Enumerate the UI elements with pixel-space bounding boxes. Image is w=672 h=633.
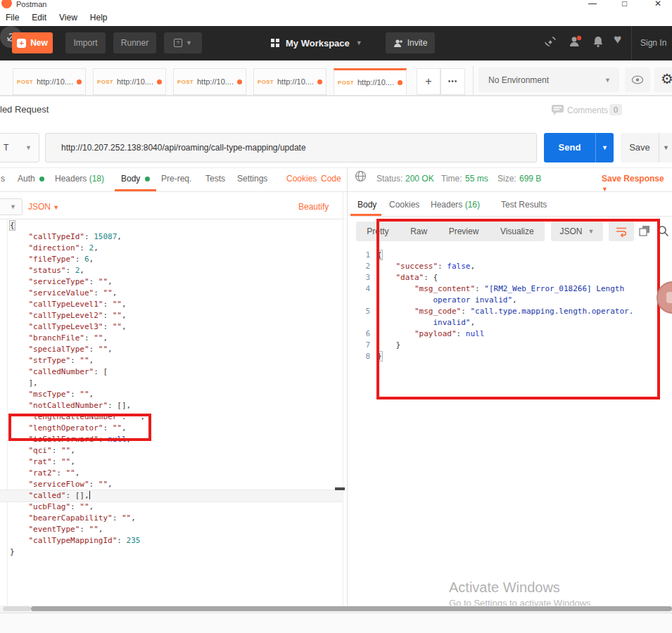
send-options-button[interactable]: ▼: [595, 133, 614, 162]
size-value: 699 B: [519, 174, 541, 184]
code-line: "rat": "",: [0, 456, 343, 468]
chevron-down-icon: ▼: [25, 144, 32, 151]
view-visualize[interactable]: Visualize: [500, 226, 534, 236]
tab-method-label: POST: [17, 79, 33, 85]
notifications-person-icon[interactable]: [569, 35, 583, 48]
body-format-label: JSON: [28, 202, 51, 212]
editor-scrollbar-thumb[interactable]: [335, 487, 345, 490]
code-line: "called": [],: [0, 490, 343, 501]
time-value: 55 ms: [465, 174, 488, 184]
code-line: "rat2": "",: [0, 468, 343, 479]
import-button[interactable]: Import: [65, 32, 106, 53]
minimize-button[interactable]: —: [588, 0, 597, 8]
more-tabs-button[interactable]: •••: [440, 68, 465, 95]
code-line: "serviceType": "",: [0, 276, 343, 288]
request-tab-bar: POSThttp://10....POSThttp://10....POSTht…: [0, 60, 672, 96]
bell-icon[interactable]: [592, 35, 604, 48]
copy-icon[interactable]: [639, 225, 650, 236]
cookies-link[interactable]: Cookies: [286, 174, 317, 184]
tab-method-label: POST: [97, 79, 113, 85]
invite-button[interactable]: Invite: [386, 32, 435, 53]
activate-windows-watermark: Activate Windows: [449, 580, 560, 596]
status-label: Status:: [376, 174, 402, 184]
save-options-button[interactable]: ▼: [659, 133, 672, 162]
code-line: 8}: [350, 351, 667, 362]
menu-item-file[interactable]: File: [6, 13, 19, 23]
tab-auth[interactable]: Auth: [18, 174, 35, 184]
new-window-button[interactable]: + ▼: [164, 32, 202, 53]
workspace-label: My Workspace: [286, 38, 350, 49]
size-label: Size:: [497, 174, 516, 184]
workspace-grid-icon: [271, 39, 279, 47]
beautify-button[interactable]: Beautify: [298, 202, 329, 212]
view-raw[interactable]: Raw: [410, 226, 427, 236]
send-button[interactable]: Send: [544, 133, 595, 162]
view-preview[interactable]: Preview: [449, 226, 479, 236]
code-line: 7 }: [350, 340, 667, 351]
body-type-selector[interactable]: ▼: [0, 198, 23, 215]
runner-button[interactable]: Runner: [113, 32, 156, 53]
menu-item-view[interactable]: View: [59, 13, 77, 23]
maximize-button[interactable]: □: [622, 0, 627, 8]
satellite-icon[interactable]: [543, 35, 557, 48]
tab-tests[interactable]: Tests: [205, 174, 225, 184]
request-body-editor[interactable]: { "callTypeId": 15087, "direction": 2, "…: [0, 220, 343, 606]
heart-icon[interactable]: ♥: [614, 32, 621, 47]
tab-prereq[interactable]: Pre-req.: [161, 174, 191, 184]
comments-count-badge: 0: [609, 104, 622, 115]
code-line: "isCallForward": null,: [0, 434, 343, 445]
tab-headers[interactable]: Headers (18): [55, 174, 104, 184]
line-number: 7: [350, 340, 377, 351]
response-headers-count: (16): [465, 200, 480, 210]
comments-button[interactable]: Comments: [567, 106, 608, 115]
status-bar: Bootcamp ⌨ ?: [0, 613, 672, 633]
response-tab-body[interactable]: Body: [357, 200, 376, 210]
settings-gear-button[interactable]: ⚙: [654, 68, 672, 92]
active-tab-underline: [350, 214, 381, 216]
workspace-switcher[interactable]: My Workspace ▼: [271, 32, 362, 53]
request-tab[interactable]: POSThttp://10....: [173, 68, 246, 95]
request-tab[interactable]: POSThttp://10....: [253, 68, 327, 95]
new-button-label: New: [30, 38, 48, 48]
code-line: 3 "data": {: [350, 272, 667, 283]
view-pretty[interactable]: Pretty: [367, 226, 388, 236]
new-tab-button[interactable]: +: [417, 68, 440, 95]
code-line: 1{: [350, 250, 667, 261]
response-format-dropdown[interactable]: JSON ▼: [551, 222, 603, 241]
response-tab-test-results[interactable]: Test Results: [501, 200, 547, 210]
code-line: "callTypeLevel3": "",: [0, 321, 343, 333]
code-line: "mscType": "",: [0, 389, 343, 400]
url-input[interactable]: http://10.207.252.138:8040/api/roaming/c…: [45, 133, 537, 162]
code-link[interactable]: Code: [321, 174, 341, 184]
request-tab[interactable]: POSThttp://10....: [334, 68, 407, 95]
sign-in-button[interactable]: Sign In: [640, 26, 666, 60]
auth-status-dot: [39, 177, 44, 181]
save-response-button[interactable]: Save Response ▼: [602, 174, 672, 193]
code-line: 5 "msg_code": "call.type.mapping.length.…: [350, 306, 667, 317]
response-tab-headers[interactable]: Headers (16): [431, 200, 480, 210]
wrap-text-button[interactable]: [609, 222, 634, 241]
tab-settings[interactable]: Settings: [237, 174, 267, 184]
body-format-dropdown[interactable]: JSON ▼: [28, 202, 59, 212]
code-line: operator invalid",: [350, 295, 667, 306]
new-button[interactable]: + New: [12, 32, 53, 53]
chevron-down-icon: ▼: [604, 77, 611, 84]
response-body-viewer[interactable]: 1{2 "success": false,3 "data": {4 "msg_c…: [350, 250, 667, 369]
environment-quicklook-button[interactable]: [625, 68, 650, 92]
plus-icon: +: [17, 39, 26, 48]
environment-selector[interactable]: No Environment ▼: [478, 68, 619, 92]
response-tab-cookies[interactable]: Cookies: [389, 200, 419, 210]
search-icon[interactable]: [657, 225, 669, 237]
tab-params[interactable]: s: [1, 174, 5, 184]
close-button[interactable]: ✕: [654, 0, 661, 8]
tab-body[interactable]: Body: [121, 174, 140, 184]
scrollbar-thumb[interactable]: [31, 606, 672, 611]
menu-item-edit[interactable]: Edit: [32, 13, 46, 23]
menu-item-help[interactable]: Help: [90, 13, 108, 23]
line-number: 2: [350, 261, 377, 272]
save-button[interactable]: Save: [621, 133, 659, 162]
scrollbar-thumb[interactable]: [3, 606, 31, 611]
method-selector[interactable]: T ▼: [0, 133, 39, 162]
request-tab[interactable]: POSThttp://10....: [93, 68, 166, 95]
request-tab[interactable]: POSThttp://10....: [13, 68, 86, 95]
